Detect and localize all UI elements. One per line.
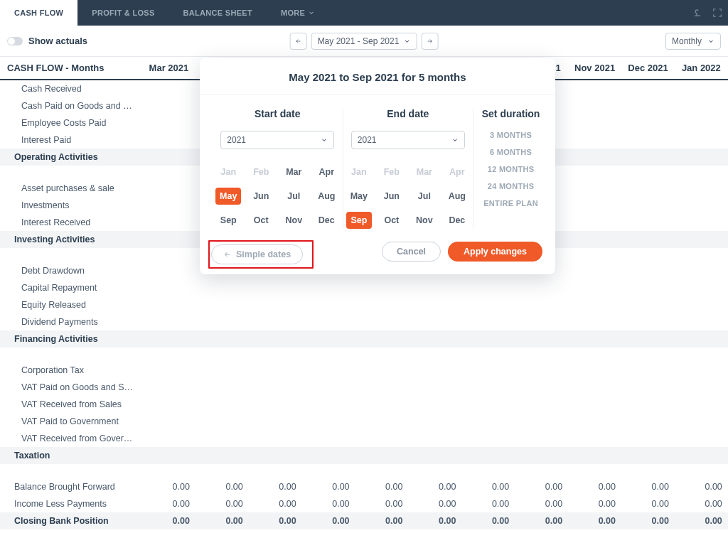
month-jun[interactable]: Jun: [379, 188, 405, 205]
currency-icon[interactable]: [692, 8, 702, 18]
month-oct[interactable]: Oct: [248, 212, 274, 229]
cell: [621, 80, 675, 97]
month-jul[interactable]: Jul: [281, 188, 306, 205]
row-label[interactable]: Equity Released: [0, 296, 142, 313]
duration-option[interactable]: 3 MONTHS: [483, 131, 538, 139]
cell: [675, 396, 728, 413]
cell: [568, 379, 621, 396]
cell: [249, 313, 302, 330]
cell: [675, 197, 728, 214]
cell: [568, 197, 621, 214]
show-actuals-toggle[interactable]: [7, 37, 23, 45]
tab-balance-sheet[interactable]: BALANCE SHEET: [169, 0, 267, 26]
popover-title: May 2021 to Sep 2021 for 5 months: [200, 58, 555, 95]
row-label[interactable]: Investments: [0, 197, 142, 214]
cell: [142, 296, 196, 313]
cell: [408, 413, 461, 430]
month-may[interactable]: May: [346, 188, 372, 205]
cell: [196, 313, 249, 330]
topnav-right: [692, 8, 722, 18]
start-year-select[interactable]: 2021: [220, 131, 334, 149]
row-label[interactable]: Interest Paid: [0, 131, 142, 149]
month-sep[interactable]: Sep: [346, 212, 372, 229]
month-aug[interactable]: Aug: [444, 188, 470, 205]
cell: [568, 214, 621, 231]
month-oct[interactable]: Oct: [379, 212, 405, 229]
row-label[interactable]: VAT Paid on Goods and Services: [0, 379, 142, 396]
cell: [355, 396, 409, 413]
cell: [408, 313, 461, 330]
cell: [621, 97, 675, 114]
cell: [355, 330, 409, 348]
month-may[interactable]: May: [215, 188, 241, 205]
cell: [568, 131, 621, 149]
cancel-button[interactable]: Cancel: [382, 242, 441, 262]
row-label: Taxation: [0, 447, 142, 464]
end-year-select[interactable]: 2021: [351, 131, 465, 149]
date-range-select[interactable]: May 2021 - Sep 2021: [311, 33, 417, 50]
row-label[interactable]: Capital Repayment: [0, 279, 142, 296]
month-mar[interactable]: Mar: [281, 163, 306, 181]
row-label[interactable]: Employee Costs Paid: [0, 114, 142, 131]
tab-profit-loss[interactable]: PROFIT & LOSS: [77, 0, 168, 26]
fullscreen-icon[interactable]: [712, 8, 722, 18]
cell: [302, 279, 355, 296]
duration-option[interactable]: 6 MONTHS: [483, 148, 538, 156]
row-label[interactable]: Asset purchases & sale: [0, 180, 142, 197]
cell: [302, 313, 355, 330]
range-prev-button[interactable]: [290, 33, 307, 50]
cell: [621, 131, 675, 149]
duration-option[interactable]: ENTIRE PLAN: [483, 199, 538, 208]
apply-button[interactable]: Apply changes: [448, 242, 542, 262]
cell: [142, 114, 196, 131]
cell: [196, 413, 249, 430]
chevron-down-icon: [321, 136, 328, 144]
month-aug[interactable]: Aug: [314, 188, 339, 205]
cell: [142, 197, 196, 214]
simple-dates-button[interactable]: Simple dates: [211, 244, 303, 264]
cell: [621, 180, 675, 197]
row-label[interactable]: VAT Paid to Government: [0, 413, 142, 430]
month-header: Mar 2021: [142, 57, 196, 80]
cell: [249, 447, 302, 464]
tab-more[interactable]: MORE: [267, 0, 329, 26]
granularity-select[interactable]: Monthly: [665, 33, 721, 50]
duration-option[interactable]: 12 MONTHS: [483, 165, 538, 173]
row-label: Investing Activities: [0, 231, 142, 248]
month-jun[interactable]: Jun: [248, 188, 274, 205]
cell: [621, 279, 675, 296]
month-sep[interactable]: Sep: [215, 212, 241, 229]
cell: [408, 430, 461, 447]
cell: [568, 396, 621, 413]
row-label[interactable]: Dividend Payments: [0, 313, 142, 330]
cell: [249, 362, 302, 379]
tab-cash-flow[interactable]: CASH FLOW: [0, 0, 77, 26]
month-dec[interactable]: Dec: [314, 212, 339, 229]
month-nov[interactable]: Nov: [281, 212, 306, 229]
month-feb: Feb: [248, 163, 274, 181]
cell: [515, 330, 568, 348]
cell: 0.00: [621, 495, 675, 512]
row-label[interactable]: VAT Received from Government: [0, 430, 142, 447]
range-next-button[interactable]: [421, 33, 438, 50]
cell: 0.00: [142, 478, 196, 495]
chevron-down-icon: [707, 38, 714, 45]
row-label[interactable]: Balance Brought Forward: [0, 478, 142, 495]
row-label[interactable]: Interest Received: [0, 214, 142, 231]
row-label[interactable]: Corporation Tax: [0, 362, 142, 379]
cell: [621, 330, 675, 348]
month-nov[interactable]: Nov: [412, 212, 437, 229]
month-jul[interactable]: Jul: [412, 188, 437, 205]
row-label[interactable]: Debt Drawdown: [0, 262, 142, 279]
row-label[interactable]: Closing Bank Position: [0, 512, 142, 529]
month-apr[interactable]: Apr: [314, 163, 339, 181]
cell: [408, 296, 461, 313]
month-dec[interactable]: Dec: [444, 212, 470, 229]
row-label[interactable]: Cash Received: [0, 80, 142, 97]
cell: [249, 279, 302, 296]
row-label[interactable]: Income Less Payments: [0, 495, 142, 512]
duration-option[interactable]: 24 MONTHS: [483, 182, 538, 190]
row-label[interactable]: VAT Received from Sales: [0, 396, 142, 413]
cell: 0.00: [302, 512, 355, 529]
row-label[interactable]: Cash Paid on Goods and Services: [0, 97, 142, 114]
